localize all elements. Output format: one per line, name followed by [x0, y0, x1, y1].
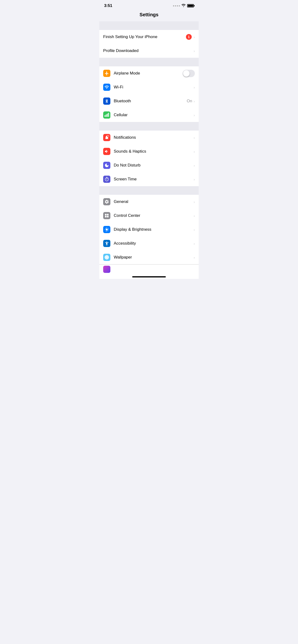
status-time: 3:51 [104, 3, 112, 8]
svg-rect-1 [106, 114, 106, 117]
sounds-label: Sounds & Haptics [114, 149, 194, 154]
cellular-row[interactable]: Cellular › [99, 108, 199, 122]
wallpaper-row[interactable]: Wallpaper › [99, 250, 199, 264]
bluetooth-icon [103, 98, 110, 105]
notifications-label: Notifications [114, 135, 194, 140]
control-center-icon [103, 212, 110, 219]
wifi-row[interactable]: Wi-Fi › [99, 80, 199, 94]
dnd-chevron: › [194, 164, 195, 168]
airplane-mode-toggle[interactable] [183, 70, 195, 77]
profile-downloaded-chevron: › [194, 49, 195, 53]
svg-point-14 [106, 257, 107, 258]
airplane-mode-icon [103, 70, 110, 77]
dnd-icon [103, 162, 110, 169]
svg-rect-0 [105, 115, 105, 117]
airplane-mode-label: Airplane Mode [114, 71, 183, 76]
svg-rect-8 [107, 216, 109, 218]
wifi-settings-icon [103, 84, 110, 91]
top-section: Finish Setting Up Your iPhone 1 › Profil… [99, 30, 199, 58]
svg-rect-5 [105, 214, 107, 216]
notifications-row[interactable]: Notifications › [99, 130, 199, 144]
svg-rect-2 [107, 114, 108, 117]
svg-rect-7 [105, 216, 107, 218]
bottom-partial [99, 264, 199, 274]
wallpaper-chevron: › [194, 256, 195, 260]
section-separator-general [99, 186, 199, 195]
sounds-row[interactable]: Sounds & Haptics › [99, 144, 199, 158]
profile-downloaded-label: Profile Downloaded [103, 48, 194, 53]
general-label: General [114, 199, 194, 204]
page-title: Settings [99, 10, 199, 21]
notifications-icon [103, 134, 110, 141]
cellular-chevron: › [194, 113, 195, 117]
general-section: General › Control Center › Display & Bri… [99, 195, 199, 264]
display-chevron: › [194, 228, 195, 232]
screen-time-label: Screen Time [114, 177, 194, 182]
bluetooth-chevron: › [194, 99, 195, 103]
control-center-row[interactable]: Control Center › [99, 209, 199, 222]
bluetooth-row[interactable]: Bluetooth On › [99, 94, 199, 108]
screen-time-row[interactable]: Screen Time › [99, 172, 199, 186]
finish-setup-label: Finish Setting Up Your iPhone [103, 34, 186, 39]
general-chevron: › [194, 200, 195, 204]
accessibility-icon [103, 240, 110, 247]
sounds-icon [103, 148, 110, 155]
profile-downloaded-row[interactable]: Profile Downloaded › [99, 44, 199, 58]
finish-setup-row[interactable]: Finish Setting Up Your iPhone 1 › [99, 30, 199, 44]
section-separator-notifications [99, 122, 199, 130]
dnd-row[interactable]: Do Not Disturb › [99, 158, 199, 172]
airplane-mode-row[interactable]: Airplane Mode [99, 66, 199, 80]
general-row[interactable]: General › [99, 195, 199, 209]
sounds-chevron: › [194, 150, 195, 154]
display-row[interactable]: Display & Brightness › [99, 222, 199, 236]
bluetooth-value: On [187, 99, 192, 104]
cellular-icon [103, 112, 110, 118]
section-separator-top [99, 21, 199, 30]
section-separator-connectivity [99, 58, 199, 66]
svg-rect-3 [108, 113, 109, 117]
dnd-label: Do Not Disturb [114, 163, 194, 168]
finish-setup-badge: 1 [186, 34, 192, 40]
accessibility-chevron: › [194, 242, 195, 246]
status-icons [173, 4, 194, 8]
screen-time-icon [103, 176, 110, 183]
display-icon [103, 226, 110, 233]
display-label: Display & Brightness [114, 227, 194, 232]
cellular-label: Cellular [114, 112, 194, 118]
wallpaper-label: Wallpaper [114, 255, 194, 260]
siri-icon [103, 266, 110, 273]
svg-rect-6 [107, 214, 109, 216]
accessibility-label: Accessibility [114, 241, 194, 246]
notifications-chevron: › [194, 136, 195, 140]
connectivity-section: Airplane Mode Wi-Fi › Bluetooth On › [99, 66, 199, 122]
wallpaper-icon [103, 254, 110, 261]
svg-point-4 [107, 135, 109, 137]
general-icon [103, 198, 110, 205]
wifi-chevron: › [194, 85, 195, 89]
control-center-chevron: › [194, 214, 195, 218]
wifi-icon [181, 4, 186, 8]
wifi-label: Wi-Fi [114, 85, 194, 90]
status-bar: 3:51 [99, 0, 199, 10]
finish-setup-chevron: › [194, 35, 195, 39]
control-center-label: Control Center [114, 213, 194, 218]
home-bar [132, 276, 166, 278]
battery-icon [187, 4, 194, 8]
accessibility-row[interactable]: Accessibility › [99, 236, 199, 250]
notifications-section: Notifications › Sounds & Haptics › Do No… [99, 130, 199, 186]
bluetooth-label: Bluetooth [114, 99, 187, 104]
signal-dots-icon [173, 5, 180, 6]
screen-time-chevron: › [194, 177, 195, 181]
home-indicator [99, 274, 199, 279]
